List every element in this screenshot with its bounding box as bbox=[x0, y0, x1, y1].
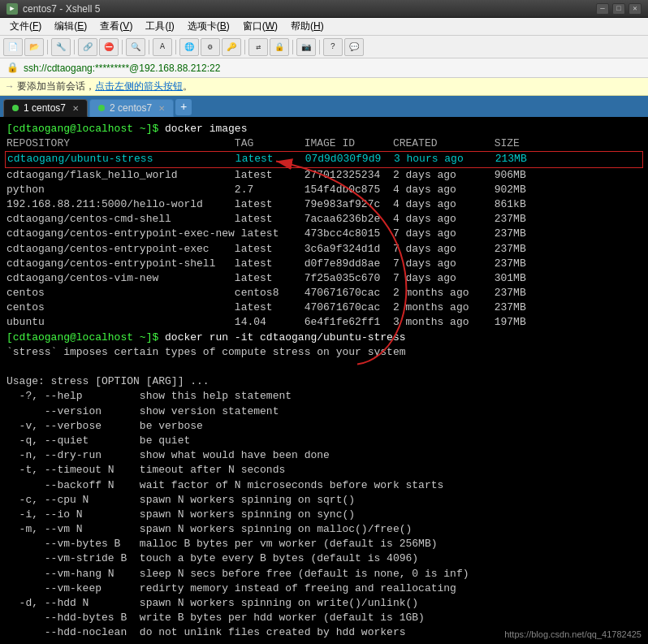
chat-button[interactable]: 💬 bbox=[344, 38, 364, 56]
toolbar-separator-3 bbox=[122, 40, 123, 54]
tab-bar: 1 centos7 ✕ 2 centos7 ✕ + bbox=[0, 96, 648, 117]
terminal-highlight-row: cdtaogang/ubuntu-stress latest 07d9d030f… bbox=[5, 151, 643, 167]
bottom-link[interactable]: https://blog.csdn.net/qq_41782425 bbox=[504, 629, 642, 641]
arrow-left-icon: → bbox=[6, 81, 12, 93]
ssh-icon: 🔒 bbox=[6, 62, 19, 74]
menu-bar: 文件(F) 编辑(E) 查看(V) 工具(I) 选项卡(B) 窗口(W) 帮助(… bbox=[0, 18, 648, 36]
toolbar-separator-4 bbox=[149, 40, 149, 54]
properties-button[interactable]: 🔧 bbox=[51, 38, 71, 56]
new-tab-button[interactable]: + bbox=[175, 99, 192, 115]
tab-1-label: 1 centos7 bbox=[24, 102, 66, 114]
address-bar: 🔒 ssh://cdtaogang:*********@192.168.88.2… bbox=[0, 58, 648, 78]
terminal-line-entrypoint-shell: cdtaogang/centos-entrypoint-shell latest… bbox=[6, 257, 642, 271]
terminal-docker-run: [cdtaogang@localhost ~]$ docker run -it … bbox=[6, 331, 642, 345]
tab-1-close-button[interactable]: ✕ bbox=[72, 104, 79, 113]
help-button[interactable]: ? bbox=[323, 38, 343, 56]
terminal-vm-hang: --vm-hang N sleep N secs before free (de… bbox=[6, 567, 642, 581]
terminal-line-hello-world: 192.168.88.211:5000/hello-world latest 7… bbox=[6, 197, 642, 212]
terminal-usage: Usage: stress [OPTION [ARG]] ... bbox=[6, 374, 642, 389]
tab-2-close-button[interactable]: ✕ bbox=[158, 104, 165, 113]
info-bar: → 要添加当前会话，点击左侧的箭头按钮。 bbox=[0, 78, 648, 96]
toolbar-separator-6 bbox=[244, 40, 245, 54]
app-icon: ▶ bbox=[6, 3, 18, 15]
tab-2-status-dot bbox=[98, 105, 105, 111]
terminal-io: -i, --io N spawn N workers spinning on s… bbox=[6, 508, 642, 522]
info-text: 要添加当前会话，点击左侧的箭头按钮。 bbox=[17, 80, 192, 93]
terminal-quiet: -q, --quiet be quiet bbox=[6, 434, 642, 448]
title-bar-text: centos7 - Xshell 5 bbox=[23, 3, 100, 15]
toolbar-separator-1 bbox=[47, 40, 48, 54]
toolbar-separator-2 bbox=[74, 40, 75, 54]
terminal-dryrun: -n, --dry-run show what would have been … bbox=[6, 448, 642, 463]
menu-edit[interactable]: 编辑(E) bbox=[48, 18, 93, 35]
terminal-line-centos-latest: centos latest 470671670cac 2 months ago … bbox=[6, 300, 642, 315]
toolbar-separator-7 bbox=[292, 40, 293, 54]
maximize-button[interactable]: □ bbox=[612, 3, 625, 15]
globe-button[interactable]: 🌐 bbox=[179, 38, 199, 56]
menu-file[interactable]: 文件(F) bbox=[3, 18, 48, 35]
toolbar: 📄 📂 🔧 🔗 ⛔ 🔍 A 🌐 ⚙ 🔑 ⇄ 🔒 📷 ? 💬 bbox=[0, 36, 648, 58]
menu-tools[interactable]: 工具(I) bbox=[139, 18, 180, 35]
terminal-hdd: -d, --hdd N spawn N workers spinning on … bbox=[6, 596, 642, 611]
menu-window[interactable]: 窗口(W) bbox=[236, 18, 284, 35]
connect-button[interactable]: 🔗 bbox=[78, 38, 97, 56]
close-button[interactable]: ✕ bbox=[629, 3, 642, 15]
key-button[interactable]: 🔑 bbox=[222, 38, 241, 56]
terminal-line-vim-new: cdtaogang/centos-vim-new latest 7f25a035… bbox=[6, 271, 642, 286]
tab-1-status-dot bbox=[12, 105, 19, 111]
terminal-verbose: -v, --verbose be verbose bbox=[6, 419, 642, 434]
terminal-blank-1 bbox=[6, 360, 642, 374]
toolbar-separator-5 bbox=[175, 40, 176, 54]
lock-button[interactable]: 🔒 bbox=[270, 38, 289, 56]
new-session-button[interactable]: 📄 bbox=[3, 38, 23, 56]
terminal-line-entrypoint-exec-new: cdtaogang/centos-entrypoint-exec-new lat… bbox=[6, 227, 642, 241]
terminal-hdd-bytes: --hdd-bytes B write B bytes per hdd work… bbox=[6, 611, 642, 625]
address-text: ssh://cdtaogang:*********@192.168.88.212… bbox=[24, 63, 220, 74]
prompt-text: [cdtaogang@localhost ~]$ bbox=[6, 123, 158, 135]
terminal-timeout: -t, --timeout N timeout after N seconds bbox=[6, 463, 642, 478]
menu-help[interactable]: 帮助(H) bbox=[284, 18, 330, 35]
terminal-help: -?, --help show this help statement bbox=[6, 389, 642, 404]
terminal-version: --version show version statement bbox=[6, 404, 642, 419]
toolbar-separator-8 bbox=[319, 40, 320, 54]
terminal-backoff: --backoff N wait factor of N microsecond… bbox=[6, 478, 642, 493]
terminal-vm-bytes: --vm-bytes B malloc B bytes per vm worke… bbox=[6, 537, 642, 551]
terminal-vm: -m, --vm N spawn N workers spinning on m… bbox=[6, 522, 642, 537]
search-button[interactable]: 🔍 bbox=[126, 38, 145, 56]
window-controls: ─ □ ✕ bbox=[596, 3, 642, 15]
terminal-vm-stride: --vm-stride B touch a byte every B bytes… bbox=[6, 551, 642, 566]
screenshot-button[interactable]: 📷 bbox=[296, 38, 316, 56]
title-bar: ▶ centos7 - Xshell 5 ─ □ ✕ bbox=[0, 0, 648, 18]
terminal-line-python: python 2.7 154f4db0c875 4 days ago 902MB bbox=[6, 183, 642, 197]
tab-2-centos7[interactable]: 2 centos7 ✕ bbox=[89, 99, 174, 117]
terminal-cpu: -c, --cpu N spawn N workers spinning on … bbox=[6, 493, 642, 508]
terminal[interactable]: [cdtaogang@localhost ~]$ docker images R… bbox=[0, 117, 648, 644]
tab-2-label: 2 centos7 bbox=[110, 102, 152, 114]
terminal-line-1: [cdtaogang@localhost ~]$ docker images bbox=[6, 122, 642, 136]
terminal-line-cmd-shell: cdtaogang/centos-cmd-shell latest 7acaa6… bbox=[6, 212, 642, 227]
menu-tabs[interactable]: 选项卡(B) bbox=[181, 18, 236, 35]
menu-view[interactable]: 查看(V) bbox=[93, 18, 139, 35]
minimize-button[interactable]: ─ bbox=[596, 3, 609, 15]
tab-1-centos7[interactable]: 1 centos7 ✕ bbox=[3, 99, 88, 117]
font-button[interactable]: A bbox=[153, 38, 172, 56]
terminal-line-entrypoint-exec: cdtaogang/centos-entrypoint-exec latest … bbox=[6, 242, 642, 257]
open-button[interactable]: 📂 bbox=[24, 38, 44, 56]
terminal-line-centos8: centos centos8 470671670cac 2 months ago… bbox=[6, 286, 642, 300]
terminal-vm-keep: --vm-keep redirty memory instead of free… bbox=[6, 581, 642, 596]
transfer-button[interactable]: ⇄ bbox=[248, 38, 268, 56]
terminal-header: REPOSITORY TAG IMAGE ID CREATED SIZE bbox=[6, 136, 642, 151]
terminal-line-ubuntu: ubuntu 14.04 6e4f1fe62ff1 3 months ago 1… bbox=[6, 315, 642, 330]
terminal-stress-desc: `stress` imposes certain types of comput… bbox=[6, 345, 642, 360]
disconnect-button[interactable]: ⛔ bbox=[99, 38, 119, 56]
terminal-blank-2 bbox=[6, 641, 642, 644]
settings-button[interactable]: ⚙ bbox=[201, 38, 220, 56]
terminal-line-flask: cdtaogang/flask_hello_world latest 27701… bbox=[6, 168, 642, 183]
info-link[interactable]: 点击左侧的箭头按钮 bbox=[95, 80, 183, 92]
